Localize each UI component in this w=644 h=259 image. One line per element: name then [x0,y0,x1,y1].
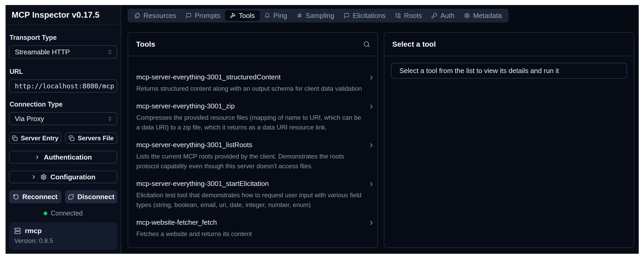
connection-status-text: Connected [51,209,83,217]
connection-type-label: Connection Type [10,100,117,108]
tab-label: Tools [239,12,255,20]
tab-prompts[interactable]: Prompts [181,10,225,21]
chevron-right-icon [31,174,37,180]
search-icon[interactable] [363,41,370,48]
configuration-label: Configuration [50,173,95,181]
url-value: http://localhost:8080/mcp [15,82,114,90]
server-info-card: rmcp Version: 0.8.5 [9,222,117,250]
app-title: MCP Inspector v0.17.5 [12,10,100,20]
tool-name: mcp-website-fetcher_fetch [136,218,252,227]
tab-metadata[interactable]: Metadata [459,10,506,21]
chevron-right-icon [368,74,375,93]
tool-description: Lists the current MCP roots provided by … [136,151,363,171]
hash-icon [297,13,302,18]
tool-description: Returns structured content along with an… [136,84,362,93]
message-square-icon [344,13,349,18]
main-area: Resources Prompts Tools Ping [121,5,639,254]
tab-auth[interactable]: Auth [427,10,459,21]
tab-label: Elicitations [353,12,385,20]
mcp-inspector-app: MCP Inspector v0.17.5 Transport Type Str… [6,5,639,254]
tool-description: Elicitation test tool that demonstrates … [136,190,363,210]
unlink-icon [68,194,74,200]
servers-file-label: Servers File [78,135,114,142]
chevrons-up-down-icon [107,116,113,121]
tool-name: mcp-server-everything-3001_startElicitat… [136,180,363,188]
tab-bar: Resources Prompts Tools Ping [128,9,508,22]
folder-tree-icon [395,13,401,18]
tool-name: mcp-server-everything-3001_listRoots [136,141,363,149]
tab-elicitations[interactable]: Elicitations [339,10,390,21]
tool-item-listRoots[interactable]: mcp-server-everything-3001_listRoots Lis… [136,141,375,171]
connection-type-select[interactable]: Via Proxy [9,112,117,125]
connected-dot [44,212,47,215]
chevron-right-icon [368,181,375,210]
tools-panel-title: Tools [136,40,155,49]
copy-icon [12,135,18,141]
tool-item-zip[interactable]: mcp-server-everything-3001_zip Compresse… [136,102,375,132]
reconnect-label: Reconnect [22,193,58,201]
rotate-ccw-icon [13,194,19,200]
key-icon [431,13,437,18]
tab-resources[interactable]: Resources [130,10,181,21]
tab-ping[interactable]: Ping [260,10,292,21]
server-entry-button[interactable]: Server Entry [9,132,61,144]
tab-label: Metadata [473,12,502,20]
disconnect-label: Disconnect [77,193,114,201]
transport-type-label: Transport Type [10,34,117,41]
chevron-right-icon [368,142,375,171]
server-entry-label: Server Entry [21,135,59,142]
tool-list: mcp-server-everything-3001_structuredCon… [128,73,377,247]
tab-tools[interactable]: Tools [225,10,260,21]
message-square-icon [186,13,192,18]
bell-icon [264,13,270,18]
transport-type-select[interactable]: Streamable HTTP [9,45,117,59]
disconnect-button[interactable]: Disconnect [65,190,117,203]
chevron-right-icon [368,103,375,132]
configuration-toggle[interactable]: Configuration [9,171,117,183]
chevron-right-icon [34,154,40,160]
connection-type-value: Via Proxy [15,115,44,123]
authentication-label: Authentication [44,153,92,161]
tab-sampling[interactable]: Sampling [292,10,339,21]
tool-description: Compresses the provided resource files (… [136,113,363,132]
sidebar-header: MCP Inspector v0.17.5 [6,5,121,25]
tool-name: mcp-server-everything-3001_zip [136,102,363,110]
files-icon [134,13,140,18]
transport-type-value: Streamable HTTP [15,48,70,56]
tab-label: Sampling [306,12,334,20]
tools-panel: Tools List Tools Clear mcp-server-everyt… [128,32,378,248]
tab-label: Prompts [195,12,220,20]
hammer-icon [230,13,236,18]
chevrons-up-down-icon [107,49,113,55]
server-name: rmcp [25,227,42,235]
tool-name: mcp-server-everything-3001_structuredCon… [136,73,362,81]
copy-icon [69,135,74,141]
tool-item-structuredContent[interactable]: mcp-server-everything-3001_structuredCon… [136,73,375,93]
chevron-right-icon [368,219,375,239]
authentication-toggle[interactable]: Authentication [9,151,117,164]
url-input[interactable]: http://localhost:8080/mcp [9,79,117,93]
tab-roots[interactable]: Roots [390,10,427,21]
connection-status: Connected [9,209,117,217]
gear-icon [464,13,470,18]
server-version: Version: 0.8.5 [14,237,112,244]
sidebar: MCP Inspector v0.17.5 Transport Type Str… [6,5,121,254]
server-icon [14,228,21,234]
gear-icon [40,174,47,180]
url-label: URL [10,68,117,75]
tool-item-startElicitation[interactable]: mcp-server-everything-3001_startElicitat… [136,180,375,210]
tool-item-fetch[interactable]: mcp-website-fetcher_fetch Fetches a webs… [136,218,375,239]
tab-label: Ping [273,12,287,20]
tool-description: Fetches a website and returns its conten… [136,229,252,239]
servers-file-button[interactable]: Servers File [65,132,117,144]
detail-panel-title: Select a tool [392,40,436,49]
reconnect-button[interactable]: Reconnect [9,190,61,203]
tab-label: Resources [143,12,176,20]
tab-label: Auth [440,12,455,20]
tool-detail-panel: Select a tool Select a tool from the lis… [384,32,634,248]
tab-label: Roots [404,12,422,20]
select-tool-placeholder: Select a tool from the list to view its … [391,63,627,79]
